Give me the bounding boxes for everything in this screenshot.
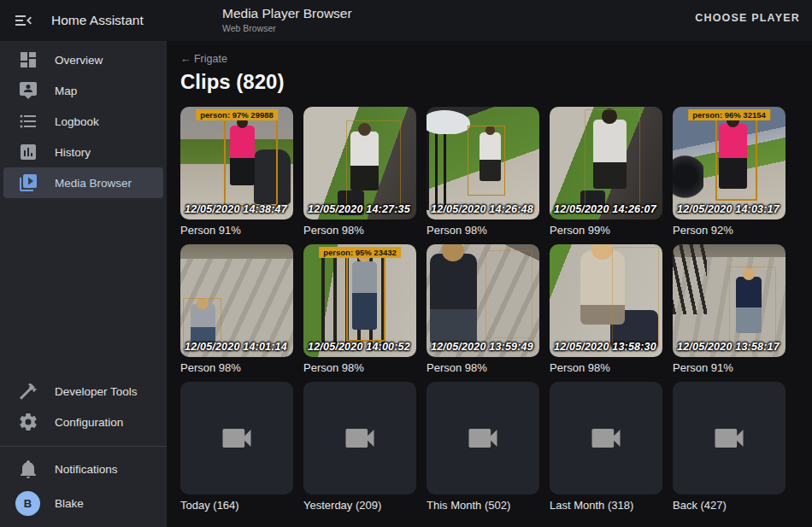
clip-timestamp: 12/05/2020 13:59:49 [431,341,533,353]
profile-name: Blake [55,497,84,510]
clip-caption: Person 98% [427,361,539,374]
video-icon [587,419,625,457]
clip-card[interactable]: person: 97% 2998812/05/2020 14:38:47Pers… [180,107,293,237]
clip-card[interactable]: 12/05/2020 14:27:35Person 98% [303,107,416,237]
clip-card[interactable]: 12/05/2020 13:58:17Person 91% [673,244,786,374]
app-title: Home Assistant [51,13,144,28]
sidebar-nav-footer: Notifications [0,454,167,484]
folder-label: This Month (502) [427,499,539,512]
page-subtitle: Web Browser [222,23,352,33]
sidebar-item-label: Map [55,85,77,97]
menu-open-icon[interactable] [13,10,33,31]
sidebar-item-notifications[interactable]: Notifications [3,454,163,484]
top-app-bar: Home Assistant Media Player Browser Web … [0,0,812,41]
sidebar-nav: OverviewMapLogbookHistoryMedia Browser [0,44,167,198]
clip-timestamp: 12/05/2020 14:01:14 [185,341,287,353]
folder-label: Today (164) [180,499,293,512]
clip-thumbnail[interactable]: 12/05/2020 14:26:07 [550,107,662,220]
tooltip-account-icon [18,80,38,101]
choose-player-button[interactable]: CHOOSE PLAYER [695,12,800,24]
main-content: ← Frigate Clips (820) person: 97% 299881… [167,41,812,527]
folder-card-yesterday-209[interactable]: Yesterday (209) [303,382,416,512]
detection-label: person: 97% 29988 [196,109,278,120]
clip-caption: Person 91% [673,361,786,374]
media-grid: person: 97% 2998812/05/2020 14:38:47Pers… [180,107,796,512]
sidebar-item-overview[interactable]: Overview [3,44,163,75]
clip-card[interactable]: 12/05/2020 14:26:48Person 98% [427,107,539,237]
clip-timestamp: 12/05/2020 14:38:47 [185,203,287,215]
format-list-bulleted-icon [18,111,38,132]
sidebar-header: Home Assistant [0,10,167,31]
clip-timestamp: 12/05/2020 14:26:48 [431,203,533,215]
clip-caption: Person 98% [303,361,416,374]
folder-thumbnail[interactable] [673,382,786,495]
detection-bounding-box [585,109,640,213]
folder-label: Yesterday (209) [303,499,416,512]
sidebar-item-label: Overview [55,54,103,67]
clip-thumbnail[interactable]: person: 95% 2343212/05/2020 14:00:52 [303,244,416,357]
sidebar-item-map[interactable]: Map [3,75,163,106]
sidebar-item-label: Notifications [55,463,118,476]
clip-thumbnail[interactable]: 12/05/2020 14:27:35 [303,107,416,220]
folder-thumbnail[interactable] [180,382,293,495]
folder-label: Back (427) [673,499,786,512]
clip-card[interactable]: 12/05/2020 13:58:30Person 98% [550,244,662,374]
page-title-block: Media Player Browser Web Browser [222,6,352,33]
clip-caption: Person 98% [180,361,293,374]
scene-prop [427,110,470,134]
sidebar-spacer [0,198,167,376]
sidebar-item-media-browser[interactable]: Media Browser [3,167,163,198]
play-box-multiple-icon [18,173,38,193]
sidebar-divider [0,446,167,447]
hammer-icon [18,381,38,401]
sidebar-item-configuration[interactable]: Configuration [3,407,163,437]
sidebar-item-history[interactable]: History [3,137,163,167]
chart-box-icon [18,142,38,162]
folder-card-last-month-318[interactable]: Last Month (318) [550,382,662,512]
sidebar-item-profile[interactable]: B Blake [3,484,163,522]
sidebar-item-logbook[interactable]: Logbook [3,106,163,137]
folder-thumbnail[interactable] [427,382,539,495]
clip-card[interactable]: 12/05/2020 13:59:49Person 98% [427,244,539,374]
detection-bounding-box [485,250,533,338]
detection-bounding-box [346,252,385,341]
clip-card[interactable]: 12/05/2020 14:26:07Person 99% [550,107,662,237]
sidebar-item-developer-tools[interactable]: Developer Tools [3,376,163,407]
video-icon [464,419,502,457]
clip-caption: Person 91% [180,224,293,237]
detection-bounding-box [715,117,757,201]
page-title: Media Player Browser [222,6,352,21]
clip-timestamp: 12/05/2020 13:58:17 [677,341,780,353]
clip-timestamp: 12/05/2020 14:26:07 [554,203,656,215]
detection-bounding-box [468,126,506,196]
clip-timestamp: 12/05/2020 14:00:52 [308,341,410,353]
clip-thumbnail[interactable]: 12/05/2020 14:26:48 [427,107,539,220]
scene-prop [673,244,707,314]
clip-thumbnail[interactable]: 12/05/2020 14:01:14 [180,244,293,357]
folder-card-back-427[interactable]: Back (427) [673,382,786,512]
breadcrumb-label: Frigate [194,53,227,65]
detection-label: person: 95% 23432 [319,247,401,258]
clip-thumbnail[interactable]: 12/05/2020 13:59:49 [427,244,539,357]
folder-card-this-month-502[interactable]: This Month (502) [427,382,539,512]
clip-thumbnail[interactable]: person: 97% 2998812/05/2020 14:38:47 [180,107,293,220]
folder-thumbnail[interactable] [550,382,662,495]
clip-thumbnail[interactable]: 12/05/2020 13:58:30 [550,244,662,357]
clip-thumbnail[interactable]: person: 96% 3215412/05/2020 14:03:17 [673,107,786,220]
clip-card[interactable]: person: 96% 3215412/05/2020 14:03:17Pers… [673,107,786,237]
sidebar-item-label: Developer Tools [55,385,138,398]
sidebar: OverviewMapLogbookHistoryMedia Browser D… [0,41,167,527]
clip-card[interactable]: person: 95% 2343212/05/2020 14:00:52Pers… [303,244,416,374]
folder-thumbnail[interactable] [303,382,416,495]
detection-bounding-box [729,266,776,348]
folder-card-today-164[interactable]: Today (164) [180,382,293,512]
detection-bounding-box [346,120,400,208]
clip-card[interactable]: 12/05/2020 14:01:14Person 98% [180,244,293,374]
breadcrumb-back[interactable]: ← Frigate [180,53,227,65]
clip-caption: Person 98% [427,224,539,237]
clip-thumbnail[interactable]: 12/05/2020 13:58:17 [673,244,786,357]
sidebar-item-label: Media Browser [55,177,132,190]
bell-icon [18,459,38,479]
avatar: B [15,491,40,516]
page-heading: Clips (820) [180,70,284,94]
